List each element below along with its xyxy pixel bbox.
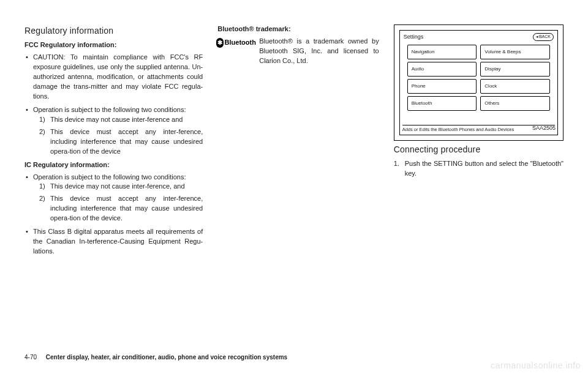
cell-label: Display [484, 65, 500, 73]
num-label: 1) [39, 182, 45, 192]
watermark: carmanualsonline.info [491, 361, 581, 370]
connecting-heading: Connecting procedure [394, 143, 564, 155]
step-label: 1. [394, 159, 399, 169]
column-1: Regulatory information FCC Regulatory in… [24, 24, 203, 343]
bluetooth-logo: ✱ Bluetooth [217, 37, 254, 66]
fcc-sub-1-text: This device may not cause inter-ference … [50, 116, 183, 123]
cell-label: Navigation [412, 48, 435, 56]
settings-item-display[interactable]: Display [480, 62, 550, 77]
column-3: Settings ◂ BACK Navigation Volume & Beep… [394, 24, 564, 343]
cell-label: Others [484, 100, 499, 107]
settings-item-bluetooth[interactable]: Bluetooth [407, 96, 477, 111]
bluetooth-trademark-title: Bluetooth® trademark: [217, 24, 379, 34]
fcc-sublist: 1)This device may not cause inter-ferenc… [33, 115, 203, 157]
ic-sublist: 1)This device may not cause inter-ferenc… [33, 182, 203, 223]
bluetooth-logo-text: Bluetooth [225, 38, 256, 48]
fcc-bullet-2-text: Operation is subject to the following tw… [33, 106, 186, 113]
settings-screen-figure: Settings ◂ BACK Navigation Volume & Beep… [394, 24, 564, 141]
ic-sub-1-text: This device may not cause inter-ference,… [50, 182, 185, 190]
settings-item-navigation[interactable]: Navigation [407, 45, 477, 59]
cell-label: Phone [412, 83, 426, 90]
back-button[interactable]: ◂ BACK [533, 33, 554, 40]
fcc-sub-1: 1)This device may not cause inter-ferenc… [33, 115, 203, 125]
cell-label: Clock [484, 83, 497, 90]
num-label: 1) [39, 115, 45, 125]
settings-item-audio[interactable]: Audio [407, 62, 477, 77]
back-label: BACK [539, 34, 551, 40]
cell-label: Volume & Beeps [484, 48, 521, 56]
fcc-sub-2-text: This device must accept any inter-ferenc… [50, 128, 203, 155]
connecting-steps: 1.Push the SETTING button and select the… [394, 159, 564, 179]
ic-bullet-1-text: Operation is subject to the following tw… [33, 173, 186, 181]
settings-item-clock[interactable]: Clock [480, 79, 550, 94]
ic-bullet-2: This Class B digital apparatus meets all… [24, 227, 203, 256]
fcc-bullet-1: CAUTION: To maintain compliance with FCC… [24, 53, 203, 102]
page-footer: 4-70 Center display, heater, air conditi… [24, 354, 287, 361]
settings-item-phone[interactable]: Phone [407, 79, 477, 94]
connecting-step-1: 1.Push the SETTING button and select the… [394, 159, 564, 179]
ic-bullet-list: Operation is subject to the following tw… [24, 173, 203, 257]
bluetooth-icon: ✱ [216, 38, 224, 48]
ic-bullet-1: Operation is subject to the following tw… [24, 173, 203, 224]
screen-title: Settings [404, 33, 424, 41]
settings-item-volume-beeps[interactable]: Volume & Beeps [480, 45, 550, 59]
fcc-bullet-list: CAUTION: To maintain compliance with FCC… [24, 53, 203, 156]
ic-sub-2: 2)This device must accept any inter-fere… [33, 194, 203, 223]
page-number: 4-70 [24, 354, 37, 361]
page-content: Regulatory information FCC Regulatory in… [24, 24, 564, 343]
ic-title: IC Regulatory information: [24, 160, 203, 170]
chapter-title: Center display, heater, air conditioner,… [46, 354, 287, 361]
fcc-bullet-2: Operation is subject to the following tw… [24, 105, 203, 157]
back-arrow-icon: ◂ [536, 34, 538, 40]
fcc-title: FCC Regulatory information: [24, 40, 203, 50]
bluetooth-logo-inner: ✱ Bluetooth [216, 38, 256, 48]
cell-label: Bluetooth [412, 100, 432, 107]
regulatory-heading: Regulatory information [24, 24, 203, 37]
settings-item-others[interactable]: Others [480, 96, 550, 111]
settings-grid: Navigation Volume & Beeps Audio Display … [404, 43, 554, 112]
bluetooth-trademark-block: ✱ Bluetooth Bluetooth® is a trademark ow… [217, 37, 379, 66]
bluetooth-trademark-text: Bluetooth® is a trademark owned by Bluet… [259, 37, 379, 66]
screen-header: Settings ◂ BACK [404, 33, 554, 41]
fcc-sub-2: 2)This device must accept any inter-fere… [33, 127, 203, 157]
figure-caption: SAA2505 [399, 124, 558, 132]
num-label: 2) [39, 127, 45, 137]
column-2: Bluetooth® trademark: ✱ Bluetooth Blueto… [217, 24, 379, 343]
connecting-step-1-text: Push the SETTING button and select the "… [405, 160, 564, 177]
ic-sub-1: 1)This device may not cause inter-ferenc… [33, 182, 203, 192]
settings-screen: Settings ◂ BACK Navigation Volume & Beep… [399, 30, 558, 135]
ic-sub-2-text: This device must accept any inter-ferenc… [50, 195, 203, 222]
num-label: 2) [39, 194, 45, 204]
cell-label: Audio [412, 65, 424, 73]
